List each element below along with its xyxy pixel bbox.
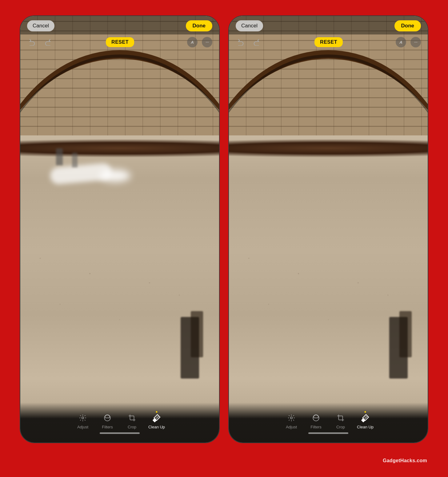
left-dark-element-2 bbox=[191, 311, 203, 357]
phones-row: Cancel Done bbox=[12, 15, 436, 443]
right-cleanup-dot bbox=[365, 411, 366, 413]
right-cancel-button[interactable]: Cancel bbox=[236, 20, 263, 31]
left-toolbar-left bbox=[27, 37, 53, 47]
right-tab-cleanup[interactable]: Clean Up bbox=[354, 413, 376, 429]
left-top-bar: Cancel Done bbox=[20, 16, 219, 34]
left-cleanup-label: Clean Up bbox=[148, 425, 165, 429]
right-adjust-icon bbox=[286, 413, 296, 423]
left-ghost-bright bbox=[100, 170, 130, 182]
left-auto-button[interactable]: A bbox=[187, 37, 198, 47]
left-toolbar-tabs: Adjust Filters bbox=[72, 413, 167, 429]
left-toolbar-right: A ··· bbox=[187, 37, 212, 47]
left-toolbar-icons: RESET A ··· bbox=[20, 37, 219, 47]
right-cleanup-icon bbox=[360, 413, 370, 423]
left-tab-crop[interactable]: Crop bbox=[121, 413, 143, 429]
left-adjust-icon bbox=[78, 413, 88, 423]
right-crop-label: Crop bbox=[336, 425, 345, 429]
left-reset-button[interactable]: RESET bbox=[106, 37, 134, 47]
right-photo-bg bbox=[229, 16, 428, 443]
left-cleanup-icon bbox=[152, 413, 162, 423]
right-dark-element-2 bbox=[399, 311, 412, 357]
left-redo-button[interactable] bbox=[42, 37, 53, 47]
right-tab-crop[interactable]: Crop bbox=[330, 413, 351, 429]
left-home-indicator bbox=[100, 432, 140, 434]
left-filters-label: Filters bbox=[102, 425, 113, 429]
right-done-button[interactable]: Done bbox=[394, 20, 421, 31]
left-crop-icon bbox=[127, 413, 137, 423]
right-top-bar: Cancel Done bbox=[229, 16, 428, 34]
left-figure-left bbox=[56, 148, 63, 165]
svg-point-0 bbox=[82, 417, 84, 419]
right-reset-button[interactable]: RESET bbox=[314, 37, 343, 47]
left-phone: Cancel Done bbox=[20, 15, 220, 443]
right-more-button[interactable]: ··· bbox=[410, 37, 421, 47]
left-cleanup-dot bbox=[156, 411, 158, 413]
right-filters-label: Filters bbox=[310, 425, 321, 429]
right-cleanup-label: Clean Up bbox=[357, 425, 374, 429]
right-adjust-label: Adjust bbox=[286, 425, 297, 429]
right-toolbar-right: A ··· bbox=[396, 37, 421, 47]
watermark: GadgetHacks.com bbox=[383, 458, 427, 463]
right-ground-texture bbox=[229, 135, 428, 443]
right-undo-button[interactable] bbox=[236, 37, 246, 47]
right-toolbar-icons: RESET A ··· bbox=[229, 37, 428, 47]
right-bottom-toolbar: Adjust Filters bbox=[229, 403, 428, 443]
right-toolbar-tabs: Adjust Filters bbox=[281, 413, 376, 429]
right-phone: Cancel Done bbox=[228, 15, 428, 443]
left-tab-filters[interactable]: Filters bbox=[97, 413, 118, 429]
left-crop-label: Crop bbox=[128, 425, 136, 429]
outer-container: Cancel Done bbox=[12, 9, 436, 468]
right-toolbar-center: RESET bbox=[262, 37, 396, 47]
left-tab-adjust[interactable]: Adjust bbox=[72, 413, 94, 429]
left-figure-right bbox=[72, 153, 78, 167]
left-adjust-label: Adjust bbox=[77, 425, 88, 429]
right-tab-adjust[interactable]: Adjust bbox=[281, 413, 302, 429]
left-filters-icon bbox=[102, 413, 112, 423]
left-tab-cleanup[interactable]: Clean Up bbox=[146, 413, 167, 429]
left-bottom-toolbar: Adjust Filters bbox=[20, 403, 219, 443]
right-photo-area bbox=[229, 16, 428, 443]
right-filters-icon bbox=[311, 413, 321, 423]
right-home-indicator bbox=[308, 432, 348, 434]
left-photo-area bbox=[20, 16, 219, 443]
left-cancel-button[interactable]: Cancel bbox=[27, 20, 54, 31]
left-photo-bg bbox=[20, 16, 219, 443]
left-undo-button[interactable] bbox=[27, 37, 38, 47]
right-redo-button[interactable] bbox=[251, 37, 262, 47]
right-tab-filters[interactable]: Filters bbox=[305, 413, 327, 429]
left-more-button[interactable]: ··· bbox=[202, 37, 212, 47]
left-toolbar-center: RESET bbox=[53, 37, 187, 47]
center-divider bbox=[223, 15, 225, 443]
right-toolbar-left bbox=[236, 37, 262, 47]
left-done-button[interactable]: Done bbox=[186, 20, 213, 31]
right-auto-button[interactable]: A bbox=[396, 37, 406, 47]
right-crop-icon bbox=[336, 413, 346, 423]
svg-point-4 bbox=[290, 417, 293, 419]
